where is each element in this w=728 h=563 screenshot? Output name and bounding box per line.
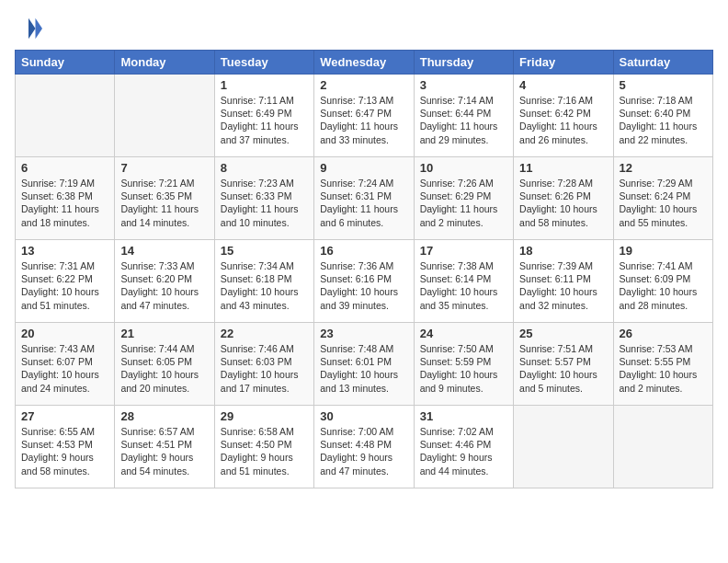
day-detail: Sunrise: 7:51 AM Sunset: 5:57 PM Dayligh… [519, 342, 607, 395]
day-detail: Sunrise: 7:24 AM Sunset: 6:31 PM Dayligh… [320, 177, 407, 229]
calendar-cell [613, 406, 712, 488]
calendar-week-row: 27Sunrise: 6:55 AM Sunset: 4:53 PM Dayli… [16, 406, 713, 488]
calendar-week-row: 1Sunrise: 7:11 AM Sunset: 6:49 PM Daylig… [16, 75, 713, 157]
day-detail: Sunrise: 6:55 AM Sunset: 4:53 PM Dayligh… [21, 425, 108, 477]
calendar-cell: 5Sunrise: 7:18 AM Sunset: 6:40 PM Daylig… [613, 75, 712, 157]
calendar-cell: 31Sunrise: 7:02 AM Sunset: 4:46 PM Dayli… [414, 406, 513, 488]
calendar-cell: 24Sunrise: 7:50 AM Sunset: 5:59 PM Dayli… [414, 323, 513, 406]
day-number: 23 [320, 327, 407, 340]
calendar-cell: 7Sunrise: 7:21 AM Sunset: 6:35 PM Daylig… [115, 157, 214, 240]
calendar-week-row: 6Sunrise: 7:19 AM Sunset: 6:38 PM Daylig… [16, 157, 713, 240]
day-number: 28 [120, 409, 208, 423]
day-detail: Sunrise: 7:19 AM Sunset: 6:38 PM Dayligh… [21, 177, 108, 229]
day-detail: Sunrise: 7:21 AM Sunset: 6:35 PM Dayligh… [120, 177, 208, 229]
day-detail: Sunrise: 7:11 AM Sunset: 6:49 PM Dayligh… [221, 94, 308, 146]
calendar-cell: 2Sunrise: 7:13 AM Sunset: 6:47 PM Daylig… [314, 75, 414, 157]
calendar-cell: 23Sunrise: 7:48 AM Sunset: 6:01 PM Dayli… [314, 323, 414, 406]
day-detail: Sunrise: 6:57 AM Sunset: 4:51 PM Dayligh… [120, 425, 208, 477]
day-number: 18 [519, 244, 607, 258]
day-number: 20 [21, 327, 108, 340]
day-number: 17 [420, 244, 507, 258]
calendar-cell: 22Sunrise: 7:46 AM Sunset: 6:03 PM Dayli… [214, 323, 313, 406]
calendar-cell: 1Sunrise: 7:11 AM Sunset: 6:49 PM Daylig… [214, 75, 313, 157]
day-detail: Sunrise: 7:34 AM Sunset: 6:18 PM Dayligh… [221, 259, 308, 312]
day-number: 21 [120, 327, 208, 340]
day-detail: Sunrise: 6:58 AM Sunset: 4:50 PM Dayligh… [221, 425, 308, 477]
calendar-cell: 18Sunrise: 7:39 AM Sunset: 6:11 PM Dayli… [514, 240, 613, 323]
day-detail: Sunrise: 7:38 AM Sunset: 6:14 PM Dayligh… [420, 259, 507, 312]
day-number: 31 [420, 409, 507, 423]
day-number: 24 [420, 327, 507, 340]
calendar-cell [115, 75, 214, 157]
day-number: 12 [620, 161, 707, 175]
day-number: 26 [620, 327, 707, 340]
day-number: 11 [519, 161, 607, 175]
day-number: 16 [320, 244, 407, 258]
calendar-cell: 10Sunrise: 7:26 AM Sunset: 6:29 PM Dayli… [414, 157, 513, 240]
calendar-cell: 13Sunrise: 7:31 AM Sunset: 6:22 PM Dayli… [16, 240, 115, 323]
logo-icon [15, 15, 42, 42]
calendar-cell: 14Sunrise: 7:33 AM Sunset: 6:20 PM Dayli… [115, 240, 214, 323]
day-number: 6 [21, 161, 108, 175]
calendar-cell: 28Sunrise: 6:57 AM Sunset: 4:51 PM Dayli… [115, 406, 214, 488]
weekday-header-cell: Wednesday [314, 51, 414, 75]
day-number: 5 [620, 78, 707, 92]
svg-marker-0 [36, 18, 43, 40]
day-detail: Sunrise: 7:00 AM Sunset: 4:48 PM Dayligh… [320, 425, 407, 477]
header [15, 15, 713, 42]
day-detail: Sunrise: 7:48 AM Sunset: 6:01 PM Dayligh… [320, 342, 407, 395]
calendar-cell: 20Sunrise: 7:43 AM Sunset: 6:07 PM Dayli… [16, 323, 115, 406]
weekday-header-cell: Sunday [16, 51, 115, 75]
day-detail: Sunrise: 7:50 AM Sunset: 5:59 PM Dayligh… [420, 342, 507, 395]
calendar-cell: 29Sunrise: 6:58 AM Sunset: 4:50 PM Dayli… [214, 406, 313, 488]
day-detail: Sunrise: 7:16 AM Sunset: 6:42 PM Dayligh… [519, 94, 607, 146]
calendar-cell: 25Sunrise: 7:51 AM Sunset: 5:57 PM Dayli… [514, 323, 613, 406]
day-number: 3 [420, 78, 507, 92]
calendar-cell: 6Sunrise: 7:19 AM Sunset: 6:38 PM Daylig… [16, 157, 115, 240]
calendar-cell [514, 406, 613, 488]
day-detail: Sunrise: 7:23 AM Sunset: 6:33 PM Dayligh… [221, 177, 308, 229]
calendar-cell [16, 75, 115, 157]
day-number: 9 [320, 161, 407, 175]
day-detail: Sunrise: 7:53 AM Sunset: 5:55 PM Dayligh… [620, 342, 707, 395]
day-number: 22 [221, 327, 308, 340]
day-number: 30 [320, 409, 407, 423]
weekday-header-row: SundayMondayTuesdayWednesdayThursdayFrid… [16, 51, 713, 75]
day-number: 15 [221, 244, 308, 258]
day-detail: Sunrise: 7:13 AM Sunset: 6:47 PM Dayligh… [320, 94, 407, 146]
calendar-week-row: 20Sunrise: 7:43 AM Sunset: 6:07 PM Dayli… [16, 323, 713, 406]
calendar-cell: 9Sunrise: 7:24 AM Sunset: 6:31 PM Daylig… [314, 157, 414, 240]
day-number: 7 [120, 161, 208, 175]
day-number: 19 [620, 244, 707, 258]
day-number: 4 [519, 78, 607, 92]
day-detail: Sunrise: 7:28 AM Sunset: 6:26 PM Dayligh… [519, 177, 607, 229]
calendar-table: SundayMondayTuesdayWednesdayThursdayFrid… [15, 50, 713, 488]
day-detail: Sunrise: 7:43 AM Sunset: 6:07 PM Dayligh… [21, 342, 108, 395]
day-detail: Sunrise: 7:44 AM Sunset: 6:05 PM Dayligh… [120, 342, 208, 395]
logo [15, 15, 46, 42]
day-detail: Sunrise: 7:31 AM Sunset: 6:22 PM Dayligh… [21, 259, 108, 312]
calendar-cell: 17Sunrise: 7:38 AM Sunset: 6:14 PM Dayli… [414, 240, 513, 323]
day-number: 1 [221, 78, 308, 92]
calendar-week-row: 13Sunrise: 7:31 AM Sunset: 6:22 PM Dayli… [16, 240, 713, 323]
calendar-cell: 26Sunrise: 7:53 AM Sunset: 5:55 PM Dayli… [613, 323, 712, 406]
calendar-cell: 8Sunrise: 7:23 AM Sunset: 6:33 PM Daylig… [214, 157, 313, 240]
weekday-header-cell: Thursday [414, 51, 513, 75]
calendar-cell: 21Sunrise: 7:44 AM Sunset: 6:05 PM Dayli… [115, 323, 214, 406]
day-detail: Sunrise: 7:39 AM Sunset: 6:11 PM Dayligh… [519, 259, 607, 312]
weekday-header-cell: Monday [115, 51, 214, 75]
calendar-cell: 16Sunrise: 7:36 AM Sunset: 6:16 PM Dayli… [314, 240, 414, 323]
day-detail: Sunrise: 7:14 AM Sunset: 6:44 PM Dayligh… [420, 94, 507, 146]
day-number: 29 [221, 409, 308, 423]
calendar-cell: 19Sunrise: 7:41 AM Sunset: 6:09 PM Dayli… [613, 240, 712, 323]
day-number: 10 [420, 161, 507, 175]
weekday-header-cell: Tuesday [214, 51, 313, 75]
day-detail: Sunrise: 7:41 AM Sunset: 6:09 PM Dayligh… [620, 259, 707, 312]
day-number: 8 [221, 161, 308, 175]
calendar-body: 1Sunrise: 7:11 AM Sunset: 6:49 PM Daylig… [16, 75, 713, 488]
day-detail: Sunrise: 7:33 AM Sunset: 6:20 PM Dayligh… [120, 259, 208, 312]
weekday-header-cell: Friday [514, 51, 613, 75]
day-number: 25 [519, 327, 607, 340]
day-detail: Sunrise: 7:02 AM Sunset: 4:46 PM Dayligh… [420, 425, 507, 477]
calendar-cell: 3Sunrise: 7:14 AM Sunset: 6:44 PM Daylig… [414, 75, 513, 157]
